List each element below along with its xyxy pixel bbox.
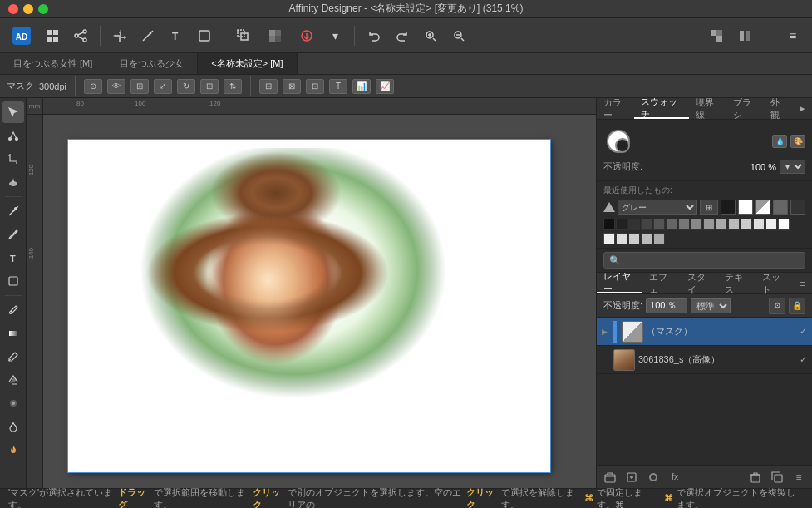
select-tool[interactable]: [2, 101, 24, 123]
swatch-r2-3[interactable]: [628, 233, 640, 244]
tab-1[interactable]: 目をつぶる少女: [106, 53, 198, 74]
eraser-tool[interactable]: [2, 369, 24, 391]
vector-mode-button[interactable]: [231, 23, 259, 48]
flame-tool[interactable]: [2, 439, 24, 461]
layers-collapse-btn[interactable]: ≡: [794, 273, 812, 293]
stock-tab[interactable]: スット: [755, 273, 793, 293]
zoom-out-button[interactable]: [446, 23, 471, 48]
arrange-button[interactable]: [704, 23, 729, 48]
swatch-11[interactable]: [728, 219, 740, 230]
minimize-button[interactable]: [23, 4, 33, 14]
circle-tool-btn[interactable]: ⊙: [84, 79, 102, 94]
mask-btn[interactable]: [643, 468, 663, 486]
swatch-7[interactable]: [678, 219, 690, 230]
chart-btn[interactable]: 📊: [352, 79, 371, 94]
layer-opacity-input[interactable]: 100 ％: [646, 298, 687, 313]
chart2-btn[interactable]: 📈: [376, 79, 394, 94]
app-icon-button[interactable]: AD: [7, 23, 37, 48]
search-input[interactable]: [603, 252, 805, 269]
swatch-12[interactable]: [741, 219, 752, 230]
swatch-9[interactable]: [703, 219, 715, 230]
swatch-checker[interactable]: [755, 200, 770, 215]
swatch-4[interactable]: [641, 219, 652, 230]
swatch-r2-5[interactable]: [653, 233, 665, 244]
add-group-btn[interactable]: [600, 468, 620, 486]
flip-btn[interactable]: ⇅: [224, 79, 242, 94]
eyedropper-tool[interactable]: [2, 299, 24, 321]
zoom-in-button[interactable]: [418, 23, 443, 48]
more-button[interactable]: ≡: [780, 23, 805, 48]
crop-tool[interactable]: [2, 148, 24, 170]
grid-view-button[interactable]: [40, 23, 65, 48]
swatch-10[interactable]: [716, 219, 727, 230]
swatch-6[interactable]: [666, 219, 677, 230]
swatch-r2-1[interactable]: [603, 233, 615, 244]
swatch-r2-2[interactable]: [616, 233, 627, 244]
crop-btn[interactable]: ⊡: [200, 79, 219, 94]
close-button[interactable]: [8, 4, 18, 14]
fx-btn[interactable]: fx: [665, 468, 685, 486]
eye-btn[interactable]: 👁: [107, 79, 125, 94]
swatch-darker[interactable]: [790, 200, 805, 215]
palette-btn[interactable]: 🎨: [790, 135, 805, 148]
effects-tab[interactable]: エフェ: [642, 273, 680, 293]
transform-btn[interactable]: ⊞: [130, 79, 149, 94]
canvas-area[interactable]: mm 80 100 120 120 140: [27, 98, 596, 488]
align-button[interactable]: [732, 23, 757, 48]
swatch-1[interactable]: [603, 219, 615, 230]
layer-item-photo[interactable]: 3061836_s（高像） ✓: [597, 346, 812, 374]
shape-tool[interactable]: [2, 270, 24, 292]
text-tab[interactable]: テキス: [718, 273, 755, 293]
align-right-btn[interactable]: ⊡: [306, 79, 324, 94]
burn-tool[interactable]: [2, 416, 24, 437]
align-center-btn[interactable]: ⊠: [283, 79, 301, 94]
node-tool[interactable]: [2, 125, 24, 146]
pixel-mode-button[interactable]: [263, 23, 291, 48]
resize-btn[interactable]: ⤢: [154, 79, 172, 94]
swatch-5[interactable]: [653, 219, 665, 230]
text-btn[interactable]: T: [329, 79, 347, 94]
brush-tool[interactable]: [2, 346, 24, 367]
color-tab[interactable]: カラー: [597, 98, 634, 119]
pen-tool-button[interactable]: [135, 23, 160, 48]
swatch-white[interactable]: [738, 200, 753, 215]
share-button[interactable]: [68, 23, 93, 48]
appearance-tab[interactable]: 外観: [764, 98, 794, 119]
swatch-14[interactable]: [765, 219, 777, 230]
duplicate-layer-btn[interactable]: [767, 468, 787, 486]
layers-tab[interactable]: レイヤー: [597, 273, 642, 293]
tab-0[interactable]: 目をつぶる女性 [M]: [0, 53, 106, 74]
redo-button[interactable]: [390, 23, 415, 48]
more-layers-btn[interactable]: ≡: [789, 468, 809, 486]
brush-tab[interactable]: ブラシ: [726, 98, 764, 119]
swatch-dark[interactable]: [773, 200, 788, 215]
fill-tool[interactable]: [2, 171, 24, 193]
color-picker-area[interactable]: [603, 126, 633, 156]
swatch-3[interactable]: [628, 219, 640, 230]
add-layer-btn[interactable]: [622, 468, 642, 486]
align-left-btn[interactable]: ⊟: [259, 79, 278, 94]
border-tab[interactable]: 境界線: [689, 98, 726, 119]
pen-tool[interactable]: [2, 200, 24, 222]
eyedropper-color-btn[interactable]: 💧: [772, 135, 787, 148]
swatch-13[interactable]: [753, 219, 765, 230]
swatch-2[interactable]: [616, 219, 627, 230]
swatch-group-select[interactable]: グレー: [618, 200, 697, 215]
export-button[interactable]: [294, 23, 319, 48]
opacity-select[interactable]: ▾: [780, 160, 805, 174]
swatch-black[interactable]: [721, 200, 736, 215]
layer-settings-btn[interactable]: ⚙: [769, 298, 785, 314]
rotate-btn[interactable]: ↻: [177, 79, 195, 94]
blend-mode-select[interactable]: 標準: [691, 298, 731, 313]
canvas-container[interactable]: [43, 115, 596, 488]
blur-tool[interactable]: [2, 392, 24, 414]
gradient-tool[interactable]: [2, 323, 24, 344]
layer-lock-btn[interactable]: 🔒: [789, 298, 805, 314]
shape-tool-button[interactable]: [192, 23, 217, 48]
pencil-tool[interactable]: [2, 224, 24, 245]
tab-2[interactable]: <名称未設定> [M]: [198, 53, 297, 74]
maximize-button[interactable]: [38, 4, 48, 14]
move-tool-button[interactable]: [107, 23, 132, 48]
swatch-r2-4[interactable]: [641, 233, 652, 244]
swatch-15[interactable]: [778, 219, 790, 230]
